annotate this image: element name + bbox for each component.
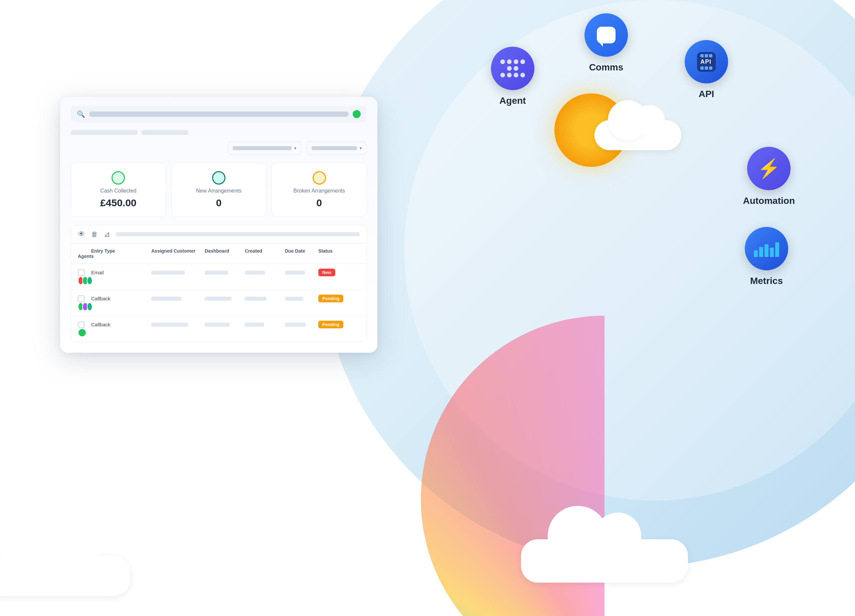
th-status: Status xyxy=(318,248,359,254)
th-dashboard: Dashboard xyxy=(205,248,245,254)
row-dashboard-bar-1 xyxy=(205,271,228,275)
table-header: Entry Type Assigned Customer Dashboard C… xyxy=(71,244,366,264)
stat-broken-arrangements: Broken Arrangements 0 xyxy=(271,163,367,217)
feature-comms[interactable]: Comms xyxy=(584,13,628,73)
row-checkbox-1[interactable] xyxy=(78,269,84,276)
th-created: Created xyxy=(245,248,285,254)
row-created-bar-2 xyxy=(245,297,267,301)
stat-label-cash: Cash Collected xyxy=(100,188,136,194)
row-customer-bar-2 xyxy=(151,297,181,301)
stat-cash-collected: Cash Collected £450.00 xyxy=(71,163,166,217)
search-bar[interactable]: 🔍 xyxy=(71,106,367,122)
agent-dots-icon xyxy=(500,60,525,77)
stat-dot-cash xyxy=(112,171,125,185)
row-agents-3 xyxy=(78,329,91,337)
chevron-down-icon-2: ▾ xyxy=(360,146,362,150)
stats-row: Cash Collected £450.00 New Arrangements … xyxy=(71,163,367,217)
eye-icon[interactable]: 👁 xyxy=(78,230,85,238)
agent-label: Agent xyxy=(499,95,526,106)
scene: Comms Agent xyxy=(0,0,855,616)
cloud-top xyxy=(595,120,681,150)
stat-value-cash: £450.00 xyxy=(100,197,136,209)
metrics-label: Metrics xyxy=(750,276,783,286)
stat-dot-broken xyxy=(313,171,326,185)
feature-automation[interactable]: ⚡ Automation xyxy=(743,147,795,206)
agent-avatar-teal xyxy=(87,276,92,285)
row-type-3: Callback xyxy=(91,322,151,327)
toolbar-placeholder-bar xyxy=(116,232,360,236)
chat-bubble-icon xyxy=(597,27,616,43)
table-row[interactable]: Callback Pending xyxy=(71,316,366,342)
row-status-badge-3: Pending xyxy=(318,321,343,329)
dropdown-filter-1[interactable]: ▾ xyxy=(228,142,301,155)
row-created-bar-1 xyxy=(245,271,265,275)
stat-new-arrangements: New Arrangements 0 xyxy=(171,163,267,217)
stat-dot-new xyxy=(212,171,225,185)
agent-icon-circle xyxy=(491,47,535,90)
table-toolbar[interactable]: 👁 🗑 ⊿ xyxy=(71,225,366,244)
status-indicator-dot xyxy=(353,110,361,118)
feature-metrics[interactable]: Metrics xyxy=(745,227,788,286)
dashboard-card: 🔍 ▾ ▾ xyxy=(60,97,377,353)
search-input-placeholder xyxy=(89,112,349,117)
row-agents-1 xyxy=(78,276,91,285)
th-entry-type: Entry Type xyxy=(91,248,151,254)
agent-avatar-teal-2 xyxy=(87,302,92,311)
cloud-bottom-left xyxy=(0,556,130,596)
row-dashboard-bar-2 xyxy=(205,297,231,301)
api-chip-icon: API xyxy=(697,52,716,72)
row-status-badge-2: Pending xyxy=(318,295,343,302)
th-due-date: Due Date xyxy=(285,248,318,254)
automation-label: Automation xyxy=(743,196,795,206)
row-agents-2 xyxy=(78,302,91,311)
api-label: API xyxy=(699,89,714,99)
feature-api[interactable]: API API xyxy=(685,40,728,99)
row-due-bar-3 xyxy=(285,323,306,327)
automation-icon-circle: ⚡ xyxy=(747,147,791,190)
row-status-badge-1: New xyxy=(318,269,335,276)
stat-value-new: 0 xyxy=(216,197,222,209)
row-type-2: Callback xyxy=(91,296,151,301)
row-customer-bar-3 xyxy=(151,323,188,327)
row-checkbox-3[interactable] xyxy=(78,321,84,328)
th-assigned-customer: Assigned Customer xyxy=(151,248,205,254)
row-dashboard-bar-3 xyxy=(205,323,230,327)
bar-chart-icon xyxy=(754,240,779,257)
row-due-bar-1 xyxy=(285,271,305,275)
th-checkbox xyxy=(78,248,91,254)
filter-row[interactable]: ▾ ▾ xyxy=(71,142,367,155)
row-checkbox-2[interactable] xyxy=(78,295,84,302)
nav-bar-row xyxy=(71,130,367,135)
table-row[interactable]: Email New xyxy=(71,264,366,290)
data-table: 👁 🗑 ⊿ Entry Type Assigned Customer Dashb… xyxy=(71,225,367,342)
api-icon-circle: API xyxy=(685,40,728,83)
stat-label-broken: Broken Arrangements xyxy=(293,188,345,194)
lightning-bolt-icon: ⚡ xyxy=(757,157,780,180)
stat-label-new: New Arrangements xyxy=(196,188,242,194)
agent-avatar-green-3 xyxy=(78,329,86,337)
search-icon: 🔍 xyxy=(77,110,85,118)
cloud-bottom-right xyxy=(521,539,688,582)
stat-value-broken: 0 xyxy=(316,197,322,209)
row-created-bar-3 xyxy=(245,323,264,327)
table-row[interactable]: Callback Pending xyxy=(71,290,366,316)
trash-icon[interactable]: 🗑 xyxy=(91,231,98,238)
row-type-1: Email xyxy=(91,270,151,275)
dropdown-filter-2[interactable]: ▾ xyxy=(306,142,367,155)
row-due-bar-2 xyxy=(285,297,303,301)
comms-label: Comms xyxy=(589,62,624,73)
feature-agent[interactable]: Agent xyxy=(491,47,535,106)
comms-icon-circle xyxy=(584,13,628,57)
chevron-down-icon: ▾ xyxy=(294,146,296,150)
filter-icon[interactable]: ⊿ xyxy=(104,230,110,238)
row-customer-bar-1 xyxy=(151,271,185,275)
metrics-icon-circle xyxy=(745,227,788,270)
th-agents: Agents xyxy=(78,254,91,259)
